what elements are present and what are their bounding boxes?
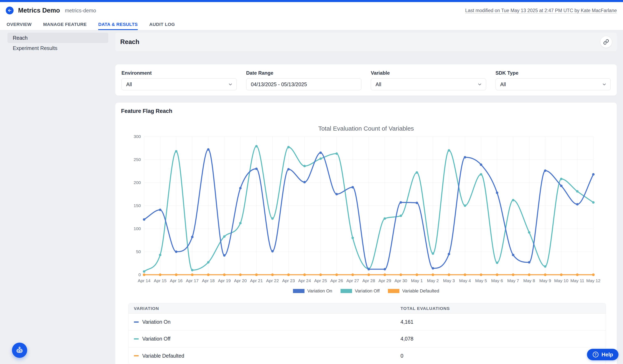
data-point xyxy=(303,165,306,167)
sidebar-item-experiment-results[interactable]: Experiment Results xyxy=(7,43,108,53)
copy-link-button[interactable] xyxy=(600,36,612,48)
legend-label: Variation Off xyxy=(355,288,380,294)
data-point xyxy=(528,261,530,264)
data-point xyxy=(416,171,418,174)
data-point xyxy=(191,269,194,271)
data-point xyxy=(416,202,418,204)
ai-assistant-button[interactable] xyxy=(12,343,27,358)
table-header-variation: Variation xyxy=(129,306,400,311)
data-point xyxy=(239,222,242,224)
environment-select[interactable]: All xyxy=(121,78,237,90)
x-tick-label: Apr 23 xyxy=(282,278,295,283)
variation-name: Variation Off xyxy=(142,336,171,342)
data-point xyxy=(368,274,370,276)
legend-label: Variable Defaulted xyxy=(402,288,439,294)
data-point xyxy=(368,268,370,270)
filter-date-range: Date Range xyxy=(246,70,361,90)
x-tick-label: Apr 19 xyxy=(218,278,231,283)
data-point xyxy=(191,236,194,238)
series-dash xyxy=(134,355,139,356)
data-point xyxy=(175,274,178,276)
data-point xyxy=(335,274,338,276)
data-point xyxy=(480,173,482,176)
data-point xyxy=(143,218,145,221)
sdk-type-select[interactable]: All xyxy=(496,78,611,90)
data-point xyxy=(448,149,450,152)
page-title: Metrics Demo xyxy=(18,7,60,14)
filter-sdk-type: SDK TypeAll xyxy=(496,70,611,90)
data-point xyxy=(287,146,290,148)
selected-value: All xyxy=(126,81,132,87)
data-point xyxy=(383,217,386,220)
legend-item-variable-defaulted[interactable]: Variable Defaulted xyxy=(388,288,439,294)
data-point xyxy=(576,274,579,276)
tab-audit-log[interactable]: AUDIT LOG xyxy=(149,19,175,30)
variation-cell: Variation Off xyxy=(129,336,400,342)
x-tick-label: May 4 xyxy=(459,278,471,283)
filter-variable: VariableAll xyxy=(371,70,486,90)
data-point xyxy=(544,274,547,276)
data-point xyxy=(287,168,290,170)
brand-row: Metrics Demo metrics-demo Last modified … xyxy=(0,2,623,19)
series-dash xyxy=(134,338,139,340)
data-point xyxy=(560,185,562,187)
y-tick-label: 50 xyxy=(136,249,141,254)
data-point xyxy=(159,274,161,276)
help-button[interactable]: ? Help xyxy=(587,349,619,360)
data-point xyxy=(352,237,354,239)
selected-value: All xyxy=(500,81,506,87)
data-point xyxy=(287,274,290,276)
filter-label: Variable xyxy=(371,70,486,76)
variable-select[interactable]: All xyxy=(371,78,486,90)
help-label: Help xyxy=(601,351,613,358)
data-point xyxy=(303,181,306,183)
x-tick-label: Apr 28 xyxy=(362,278,375,283)
app-header: Metrics Demo metrics-demo Last modified … xyxy=(0,2,623,30)
data-point xyxy=(480,163,482,166)
data-point xyxy=(496,191,498,194)
total-evaluations-value: 4,078 xyxy=(400,336,606,342)
data-point xyxy=(239,187,242,189)
y-tick-label: 0 xyxy=(138,272,141,277)
x-tick-label: Apr 29 xyxy=(378,278,391,283)
y-tick-label: 300 xyxy=(134,134,141,139)
chart-card: Feature Flag Reach Total Evaluation Coun… xyxy=(115,103,617,364)
tab-manage-feature[interactable]: MANAGE FEATURE xyxy=(43,19,87,30)
data-point xyxy=(335,193,338,195)
data-point xyxy=(560,178,562,180)
legend-item-variation-on[interactable]: Variation On xyxy=(293,288,332,294)
data-point xyxy=(223,254,226,257)
last-modified-text[interactable]: Last modified on Tue May 13 2025 at 2:47… xyxy=(465,8,617,13)
content: ReachExperiment Results Reach Environmen… xyxy=(0,30,623,364)
table-body: Variation On4,161Variation Off4,078Varia… xyxy=(129,314,606,364)
legend-swatch xyxy=(388,289,400,293)
data-point xyxy=(383,268,386,270)
total-evaluations-value: 4,161 xyxy=(400,319,606,325)
series-dash xyxy=(134,322,139,323)
filters-card: EnvironmentAllDate RangeVariableAllSDK T… xyxy=(115,64,617,96)
filter-environment: EnvironmentAll xyxy=(121,70,237,90)
sidebar-item-reach[interactable]: Reach xyxy=(7,33,108,43)
reach-chart[interactable]: 050100150200250300Apr 14Apr 15Apr 16Apr … xyxy=(121,133,611,285)
legend-item-variation-off[interactable]: Variation Off xyxy=(340,288,380,294)
variation-name: Variation On xyxy=(142,319,171,325)
page-slug: metrics-demo xyxy=(65,8,96,14)
tab-data-results[interactable]: DATA & RESULTS xyxy=(98,19,138,30)
data-point xyxy=(191,274,194,276)
data-point xyxy=(528,231,530,234)
data-point xyxy=(319,274,322,276)
x-tick-label: Apr 18 xyxy=(202,278,215,283)
data-point xyxy=(464,204,466,207)
variation-cell: Variation On xyxy=(129,319,400,325)
data-point xyxy=(383,274,386,276)
date-range-input[interactable] xyxy=(246,78,361,90)
tab-overview[interactable]: OVERVIEW xyxy=(7,19,31,30)
svg-text:?: ? xyxy=(595,353,597,356)
section-header: Reach xyxy=(115,33,617,51)
data-point xyxy=(207,148,210,151)
chart-gridlines xyxy=(144,137,593,275)
data-point xyxy=(319,151,322,154)
data-point xyxy=(175,250,178,253)
data-point xyxy=(432,252,434,255)
back-button[interactable] xyxy=(6,7,14,14)
